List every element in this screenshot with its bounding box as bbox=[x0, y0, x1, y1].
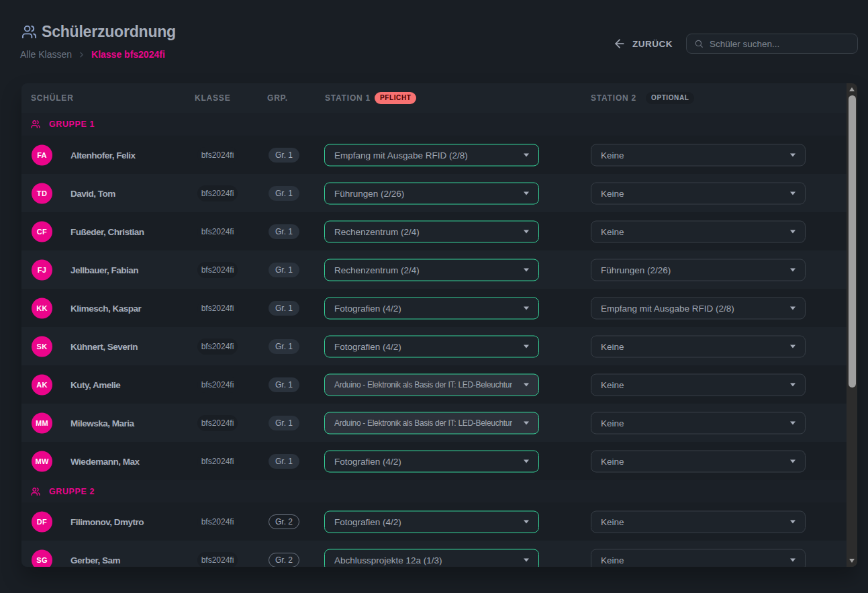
group-label: GRUPPE 2 bbox=[49, 487, 95, 496]
table-row: FJJellbauer, Fabianbfs2024fiGr. 1Rechenz… bbox=[21, 250, 857, 289]
group-header: GRUPPE 2 bbox=[21, 480, 857, 502]
avatar: AK bbox=[32, 374, 52, 395]
group-pill: Gr. 1 bbox=[269, 224, 299, 239]
station2-select[interactable]: Keine bbox=[591, 220, 806, 242]
station1-select[interactable]: Führungen (2/26) bbox=[324, 182, 539, 204]
pflicht-badge: PFLICHT bbox=[375, 92, 416, 104]
chevron-down-icon bbox=[790, 153, 795, 156]
chevron-down-icon bbox=[524, 306, 529, 310]
users-icon bbox=[21, 24, 37, 40]
station2-select[interactable]: Keine bbox=[591, 182, 806, 204]
station1-select[interactable]: Fotografien (4/2) bbox=[324, 450, 539, 472]
avatar: MW bbox=[32, 451, 52, 471]
table-row: MMMilewska, Mariabfs2024fiGr. 1Arduino -… bbox=[21, 404, 857, 442]
chevron-right-icon bbox=[77, 50, 86, 59]
station2-select[interactable]: Keine bbox=[591, 510, 806, 533]
avatar: DF bbox=[32, 511, 52, 532]
scroll-down-arrow[interactable] bbox=[849, 559, 855, 563]
breadcrumb-all-classes[interactable]: Alle Klassen bbox=[20, 49, 72, 60]
table-row: CFFußeder, Christianbfs2024fiGr. 1Rechen… bbox=[21, 212, 857, 250]
chevron-down-icon bbox=[524, 383, 529, 386]
table-body: GRUPPE 1FAAltenhofer, Felixbfs2024fiGr. … bbox=[21, 113, 857, 567]
klasse-pill: bfs2024fi bbox=[197, 377, 238, 393]
station1-select[interactable]: Empfang mit Ausgabe RFID (2/8) bbox=[324, 144, 539, 166]
avatar: TD bbox=[32, 183, 52, 203]
column-header-station1: STATION 1 bbox=[325, 83, 371, 113]
klasse-pill: bfs2024fi bbox=[197, 552, 238, 567]
avatar: SK bbox=[32, 336, 52, 357]
breadcrumb: Alle Klassen Klasse bfs2024fi bbox=[20, 49, 165, 60]
search-input[interactable] bbox=[710, 39, 850, 49]
back-button[interactable]: ZURÜCK bbox=[613, 36, 673, 52]
group-pill: Gr. 1 bbox=[269, 263, 299, 277]
station2-select[interactable]: Keine bbox=[591, 144, 806, 166]
column-header-klasse: KLASSE bbox=[195, 83, 230, 113]
klasse-pill: bfs2024fi bbox=[197, 224, 238, 240]
avatar: MM bbox=[32, 412, 52, 433]
chevron-down-icon bbox=[524, 191, 529, 195]
column-header-station2: STATION 2 bbox=[591, 83, 636, 113]
table-header: SCHÜLER KLASSE GRP. STATION 1 PFLICHT ST… bbox=[21, 83, 857, 113]
chevron-down-icon bbox=[790, 459, 795, 463]
station1-select[interactable]: Rechenzentrum (2/4) bbox=[324, 220, 539, 242]
station2-select[interactable]: Keine bbox=[591, 412, 806, 434]
station1-select[interactable]: Abchlussprojekte 12a (1/3) bbox=[324, 549, 539, 567]
group-pill: Gr. 2 bbox=[269, 553, 299, 567]
student-name: Filimonov, Dmytro bbox=[70, 516, 144, 527]
station2-select[interactable]: Führungen (2/26) bbox=[591, 259, 806, 281]
group-label: GRUPPE 1 bbox=[49, 120, 95, 129]
users-icon bbox=[31, 487, 40, 496]
assignment-table: SCHÜLER KLASSE GRP. STATION 1 PFLICHT ST… bbox=[21, 83, 857, 567]
table-row: FAAltenhofer, Felixbfs2024fiGr. 1Empfang… bbox=[21, 136, 857, 174]
users-icon bbox=[31, 120, 40, 129]
chevron-down-icon bbox=[524, 558, 529, 561]
klasse-pill: bfs2024fi bbox=[197, 514, 238, 530]
student-name: Wiedemann, Max bbox=[70, 456, 139, 466]
chevron-down-icon bbox=[790, 558, 795, 561]
station2-select[interactable]: Keine bbox=[591, 335, 806, 357]
chevron-down-icon bbox=[790, 345, 795, 348]
back-button-label: ZURÜCK bbox=[632, 39, 673, 49]
group-pill: Gr. 1 bbox=[269, 416, 299, 430]
chevron-down-icon bbox=[790, 421, 795, 424]
table-row: TDDavid, Tombfs2024fiGr. 1Führungen (2/2… bbox=[21, 174, 857, 212]
column-header-grp: GRP. bbox=[267, 83, 288, 113]
klasse-pill: bfs2024fi bbox=[197, 453, 238, 469]
table-row: DFFilimonov, Dmytrobfs2024fiGr. 2Fotogra… bbox=[21, 502, 857, 541]
klasse-pill: bfs2024fi bbox=[197, 338, 238, 355]
station1-select[interactable]: Fotografien (4/2) bbox=[324, 335, 539, 357]
station2-select[interactable]: Keine bbox=[591, 549, 806, 567]
station2-select[interactable]: Keine bbox=[591, 450, 806, 472]
app-header: Schülerzuordnung bbox=[21, 23, 176, 41]
station1-select[interactable]: Fotografien (4/2) bbox=[324, 510, 539, 533]
student-name: David, Tom bbox=[70, 188, 115, 198]
klasse-pill: bfs2024fi bbox=[197, 185, 238, 201]
station2-select[interactable]: Empfang mit Ausgabe RFID (2/8) bbox=[591, 297, 806, 319]
chevron-down-icon bbox=[790, 230, 795, 233]
chevron-down-icon bbox=[524, 268, 529, 271]
station1-select[interactable]: Fotografien (4/2) bbox=[324, 297, 539, 319]
scroll-up-arrow[interactable] bbox=[849, 87, 855, 91]
avatar: CF bbox=[32, 221, 52, 242]
chevron-down-icon bbox=[790, 520, 795, 523]
station1-select[interactable]: Arduino - Elektronik als Basis der IT: L… bbox=[324, 373, 539, 396]
group-pill: Gr. 1 bbox=[269, 148, 299, 163]
chevron-down-icon bbox=[790, 268, 795, 271]
scrollbar[interactable] bbox=[847, 83, 857, 567]
station1-select[interactable]: Arduino - Elektronik als Basis der IT: L… bbox=[324, 412, 539, 434]
scrollbar-thumb[interactable] bbox=[849, 95, 856, 387]
group-header: GRUPPE 1 bbox=[21, 113, 857, 136]
station1-select[interactable]: Rechenzentrum (2/4) bbox=[324, 259, 539, 281]
avatar: SG bbox=[32, 549, 52, 567]
chevron-down-icon bbox=[790, 306, 795, 310]
avatar: KK bbox=[32, 298, 52, 318]
table-row: MWWiedemann, Maxbfs2024fiGr. 1Fotografie… bbox=[21, 442, 857, 480]
chevron-down-icon bbox=[524, 459, 529, 463]
arrow-left-icon bbox=[613, 37, 626, 50]
table-row: SKKühnert, Severinbfs2024fiGr. 1Fotograf… bbox=[21, 327, 857, 365]
station2-select[interactable]: Keine bbox=[591, 373, 806, 396]
klasse-pill: bfs2024fi bbox=[197, 415, 238, 431]
klasse-pill: bfs2024fi bbox=[197, 147, 238, 163]
student-name: Jellbauer, Fabian bbox=[70, 265, 138, 275]
chevron-down-icon bbox=[524, 421, 529, 424]
